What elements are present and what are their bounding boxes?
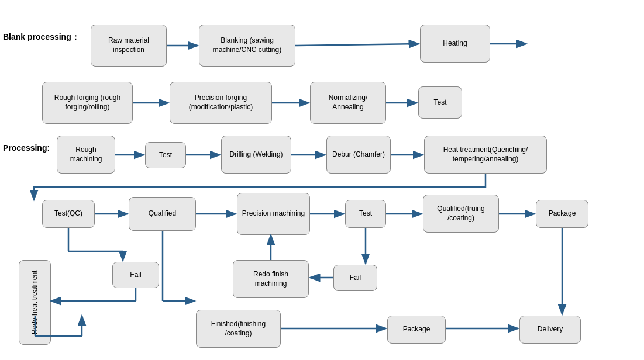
diagram: Blank processing： Processing: Raw materi…: [0, 0, 644, 360]
precision-machining-node: Precision machining: [237, 193, 310, 235]
test1-node: Test: [418, 86, 462, 119]
rough-forging-node: Rough forging (rough forging/rolling): [42, 82, 133, 124]
normalizing-node: Normalizing/ Annealing: [310, 82, 386, 124]
blank-processing-label: Blank processing：: [3, 32, 80, 43]
precision-forging-node: Precision forging (modification/plastic): [170, 82, 272, 124]
delivery-node: Delivery: [519, 316, 581, 344]
fail2-node: Fail: [333, 265, 377, 291]
svg-line-3: [295, 44, 419, 46]
test3-node: Test: [345, 200, 386, 228]
drilling-node: Drilling (Welding): [221, 136, 291, 174]
qualified-node: Qualified: [129, 197, 196, 231]
qualified-truing-node: Qualified(truing /coating): [423, 195, 499, 233]
heating-node: Heating: [420, 25, 490, 63]
redo-finish-node: Redo finish machining: [233, 260, 309, 298]
raw-material-node: Raw material inspection: [91, 25, 167, 67]
debur-node: Debur (Chamfer): [326, 136, 391, 174]
fail1-node: Fail: [112, 262, 159, 288]
test2-node: Test: [145, 142, 186, 168]
processing-label: Processing:: [3, 143, 50, 153]
finished-node: Finished(finishing /coating): [196, 310, 281, 348]
package1-node: Package: [536, 200, 588, 228]
redo-heat-node: Redo heat treatment: [19, 260, 51, 345]
package2-node: Package: [387, 316, 446, 344]
heat-treatment-node: Heat treatment(Quenching/ tempering/anne…: [424, 136, 547, 174]
blanking-node: Blanking (sawing machine/CNC cutting): [199, 25, 295, 67]
rough-machining-node: Rough machining: [57, 136, 115, 174]
test-qc-node: Test(QC): [42, 200, 95, 228]
